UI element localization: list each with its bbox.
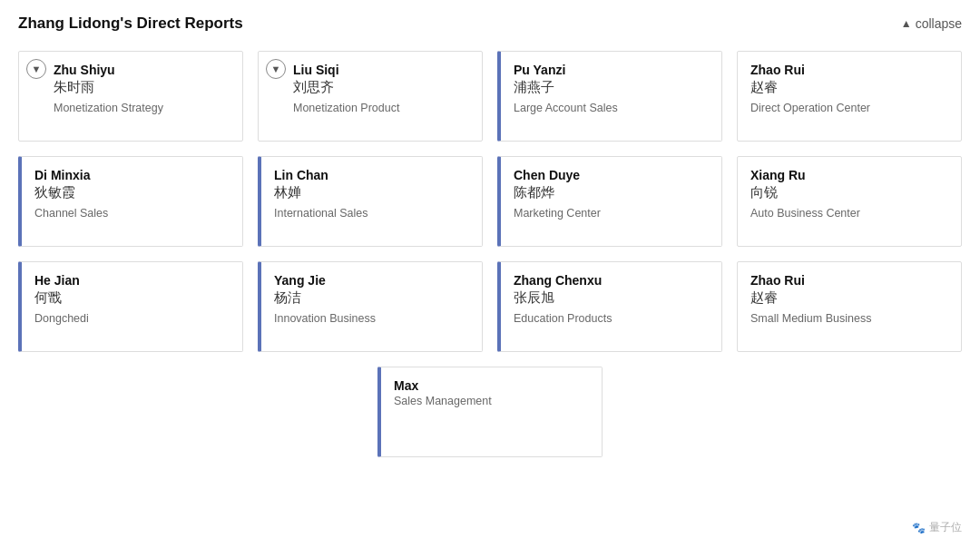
card-dept: Dongchedi bbox=[34, 312, 230, 325]
card-name-en: Zhu Shiyu bbox=[54, 63, 230, 77]
card-chen-duye: Chen Duye陈都烨Marketing Center bbox=[497, 156, 722, 247]
expand-btn[interactable]: ▼ bbox=[26, 59, 46, 79]
card-name-zh: 朱时雨 bbox=[54, 79, 230, 96]
card-name-zh: 赵睿 bbox=[750, 79, 948, 96]
row-1: ▼Zhu Shiyu朱时雨Monetization Strategy▼Liu S… bbox=[18, 51, 962, 142]
card-pu-yanzi: Pu Yanzi浦燕子Large Account Sales bbox=[497, 51, 722, 142]
card-lin-chan: Lin Chan林婵International Sales bbox=[258, 156, 483, 247]
card-name-zh: 杨洁 bbox=[274, 289, 469, 307]
card-dept: Channel Sales bbox=[34, 207, 230, 220]
card-name-zh: 林婵 bbox=[274, 184, 469, 201]
card-di-minxia: Di Minxia狄敏霞Channel Sales bbox=[18, 156, 243, 247]
card-he-jian: He Jian何戬Dongchedi bbox=[18, 261, 243, 352]
card-name-zh: 陈都烨 bbox=[514, 184, 709, 201]
arrow-up-icon: ▲ bbox=[901, 17, 912, 30]
card-name-zh: 何戬 bbox=[34, 289, 230, 307]
card-dept: Monetization Product bbox=[293, 102, 469, 114]
card-dept: Direct Operation Center bbox=[750, 102, 948, 114]
card-name-en: Max bbox=[394, 378, 589, 393]
card-xiang-ru: Xiang Ru向锐Auto Business Center bbox=[737, 156, 962, 247]
card-name-en: Zhao Rui bbox=[750, 273, 948, 288]
page-title: Zhang Lidong's Direct Reports bbox=[18, 15, 243, 33]
card-name-en: Lin Chan bbox=[274, 168, 469, 182]
collapse-button[interactable]: ▲ collapse bbox=[901, 16, 962, 31]
card-yang-jie: Yang Jie杨洁Innovation Business bbox=[258, 261, 483, 352]
card-zhang-chenxu: Zhang Chenxu张辰旭Education Products bbox=[497, 261, 722, 352]
card-dept: Sales Management bbox=[394, 395, 589, 407]
card-name-en: Yang Jie bbox=[274, 273, 469, 288]
card-name-en: Zhang Chenxu bbox=[514, 273, 709, 288]
row-3: He Jian何戬DongchediYang Jie杨洁Innovation B… bbox=[18, 261, 962, 352]
card-dept: International Sales bbox=[274, 207, 469, 220]
watermark-text: 量子位 bbox=[929, 520, 962, 535]
card-name-en: He Jian bbox=[34, 273, 230, 288]
card-name-zh: 赵睿 bbox=[750, 289, 948, 307]
card-dept: Small Medium Business bbox=[750, 312, 948, 325]
watermark-icon: 🐾 bbox=[912, 522, 926, 534]
collapse-label: collapse bbox=[916, 16, 962, 31]
card-dept: Monetization Strategy bbox=[54, 102, 230, 114]
card-zhao-rui: Zhao Rui赵睿Small Medium Business bbox=[737, 261, 962, 352]
card-name-en: Zhao Rui bbox=[750, 63, 948, 77]
card-name-zh: 张辰旭 bbox=[514, 289, 709, 307]
card-dept: Large Account Sales bbox=[514, 102, 709, 114]
watermark: 🐾 量子位 bbox=[912, 520, 962, 535]
card-name-en: Chen Duye bbox=[514, 168, 709, 182]
card-name-zh: 狄敏霞 bbox=[34, 184, 230, 201]
card-max: Max Sales Management bbox=[377, 367, 603, 457]
card-name-en: Di Minxia bbox=[34, 168, 230, 182]
card-name-en: Liu Siqi bbox=[293, 63, 469, 77]
card-dept: Marketing Center bbox=[514, 207, 709, 220]
bottom-row: Max Sales Management bbox=[18, 367, 962, 457]
card-name-zh: 浦燕子 bbox=[514, 79, 709, 96]
expand-btn[interactable]: ▼ bbox=[266, 59, 286, 79]
card-name-zh: 刘思齐 bbox=[293, 79, 469, 96]
card-dept: Auto Business Center bbox=[750, 207, 948, 220]
card-zhu-shiyu: ▼Zhu Shiyu朱时雨Monetization Strategy bbox=[18, 51, 243, 142]
card-dept: Education Products bbox=[514, 312, 709, 325]
card-dept: Innovation Business bbox=[274, 312, 469, 325]
card-name-en: Xiang Ru bbox=[750, 168, 948, 182]
row-2: Di Minxia狄敏霞Channel SalesLin Chan林婵Inter… bbox=[18, 156, 962, 247]
card-name-en: Pu Yanzi bbox=[514, 63, 709, 77]
card-name-zh: 向锐 bbox=[750, 184, 948, 201]
card-zhao-rui: Zhao Rui赵睿Direct Operation Center bbox=[737, 51, 962, 142]
card-liu-siqi: ▼Liu Siqi刘思齐Monetization Product bbox=[258, 51, 483, 142]
